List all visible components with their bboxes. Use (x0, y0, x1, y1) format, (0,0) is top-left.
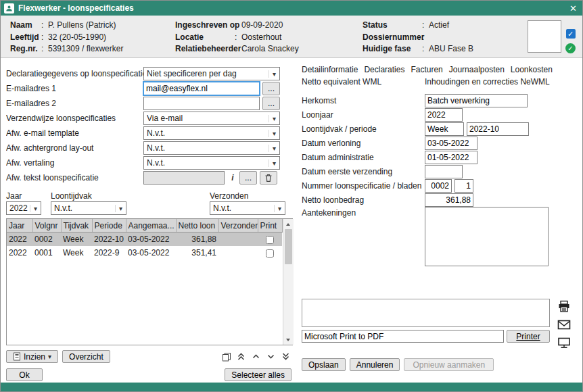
jaar-select[interactable]: 2022 ▾ (6, 201, 41, 215)
inzien-button[interactable]: Inzien ▾ (6, 350, 58, 363)
datum-verloning-input[interactable] (425, 137, 477, 150)
field-datum-verloning: Datum verloning (302, 136, 576, 150)
printer-button[interactable]: Printer (507, 330, 550, 343)
header-checkbox[interactable]: ✓ (566, 29, 576, 39)
printer-icon (557, 300, 571, 313)
printer-name-input[interactable] (302, 330, 504, 343)
tab-netto-equivalent-wml[interactable]: Netto equivalent WML (302, 77, 425, 87)
column-header-tijdvak[interactable]: Tijdvak (61, 219, 92, 232)
tab-loonkosten[interactable]: Loonkosten (511, 65, 553, 74)
afw-vertaling-select[interactable]: N.v.t. ▾ (143, 156, 280, 170)
column-header-periode[interactable]: Periode (92, 219, 126, 232)
field-dossiernummer: Dossiernummer: (363, 32, 528, 42)
tab-inhoudingen-correcties[interactable]: Inhoudingen en correcties NeWML (425, 77, 550, 87)
info-button[interactable]: i (229, 173, 237, 182)
scroll-down-icon (286, 339, 290, 341)
emailadres-1-input[interactable] (143, 82, 260, 95)
trash-icon (264, 174, 273, 182)
double-chevron-up-icon (237, 352, 246, 361)
ingeschreven-value: 09-09-2020 (241, 20, 283, 30)
netto-loonbedrag-input[interactable] (425, 193, 473, 207)
herkomst-input[interactable] (425, 94, 528, 107)
opnieuw-aanmaken-button[interactable]: Opnieuw aanmaken (404, 358, 494, 371)
loonspecificaties-panel: Declaratiegegevens op loonspecificatie N… (1, 58, 293, 383)
selecteer-alles-button[interactable]: Selecteer alles (225, 368, 292, 381)
tab-detailinformatie[interactable]: Detailinformatie (302, 65, 358, 74)
delete-button[interactable] (260, 171, 277, 185)
bladen-input[interactable] (454, 179, 473, 193)
annuleren-button[interactable]: Annuleren (350, 358, 400, 371)
field-afw-email-template: Afw. e-mail template N.v.t. ▾ (6, 126, 293, 141)
copy-button[interactable] (220, 351, 232, 362)
status-value: Actief (429, 20, 449, 30)
field-emailadres-2: E-mailadres 2 ... (6, 96, 293, 111)
column-header-verzonden[interactable]: Verzonden (218, 219, 258, 232)
field-datum-eerste-verzending: Datum eerste verzending (302, 164, 576, 178)
email-button[interactable] (555, 317, 573, 332)
print-button[interactable] (555, 299, 573, 314)
filter-jaar: Jaar 2022 ▾ (6, 191, 41, 215)
move-bottom-button[interactable] (280, 351, 292, 362)
declaratiegegevens-select[interactable]: Niet specificeren per dag ▾ (143, 67, 280, 80)
field-aantekeningen: Aantekeningen (302, 207, 576, 268)
tab-journaalposten[interactable]: Journaalposten (449, 65, 505, 74)
afw-email-template-select[interactable]: N.v.t. ▾ (143, 126, 280, 140)
relatiebeheerder-value: Carola Snackey (241, 44, 299, 53)
afw-tekst-browse-button[interactable]: ... (239, 171, 257, 185)
table-scrollbar[interactable] (283, 219, 294, 345)
column-header-netto-loon[interactable]: Netto loon (176, 219, 218, 232)
filter-loontijdvak: Loontijdvak N.v.t. ▾ (51, 191, 126, 215)
chevron-down-icon (266, 352, 275, 361)
scrollbar-thumb[interactable] (285, 229, 292, 264)
detail-panel: Detailinformatie Declaraties Facturen Jo… (293, 58, 582, 383)
verzendwijze-select[interactable]: Via e-mail ▾ (143, 112, 280, 125)
ok-button[interactable]: Ok (6, 368, 43, 381)
emailadres-2-browse-button[interactable]: ... (262, 97, 280, 110)
loontijdvak-select[interactable]: N.v.t. ▾ (51, 201, 126, 215)
field-ingeschreven-op: Ingeschreven op:09-09-2020 (175, 20, 363, 30)
datum-administratie-input[interactable] (425, 151, 477, 164)
move-top-button[interactable] (235, 351, 247, 362)
filter-row: Jaar 2022 ▾ Loontijdvak N.v.t. ▾ Verzond… (6, 191, 293, 215)
periode-input[interactable] (467, 122, 529, 136)
afw-achtergrond-select[interactable]: N.v.t. ▾ (143, 141, 280, 155)
print-checkbox[interactable] (266, 236, 274, 244)
close-button[interactable]: ✕ (569, 3, 577, 14)
field-loonjaar: Loonjaar (302, 107, 576, 122)
column-header-volgnr[interactable]: Volgnr (32, 219, 61, 232)
verzonden-select[interactable]: N.v.t. ▾ (210, 201, 285, 215)
datum-eerste-verzending-input[interactable] (425, 165, 463, 178)
emailadres-2-input[interactable] (143, 97, 260, 110)
locatie-value: Oosterhout (241, 32, 281, 42)
nummer-loonspecificatie-input[interactable] (425, 179, 452, 193)
move-up-button[interactable] (250, 351, 262, 362)
double-chevron-down-icon (281, 352, 290, 361)
field-naam: Naam:P. Pullens (Patrick) (10, 20, 175, 30)
flexwerker-loonspecificaties-window: Flexwerker - loonspecificaties ✕ Naam:P.… (0, 0, 583, 392)
column-header-print[interactable]: Print (258, 219, 282, 232)
overzicht-button[interactable]: Overzicht (62, 350, 110, 363)
column-header-aangemaakt[interactable]: Aangemaa... (126, 219, 176, 232)
loontijdvak-input[interactable] (425, 122, 464, 136)
emailadres-1-browse-button[interactable]: ... (262, 82, 280, 95)
aantekeningen-textarea[interactable] (425, 207, 549, 266)
opslaan-button[interactable]: Opslaan (302, 358, 346, 371)
table-row[interactable]: 2022 0002 Week 2022-10 03-05-2022 361,88 (7, 232, 282, 247)
loonjaar-input[interactable] (425, 108, 463, 122)
column-header-jaar[interactable]: Jaar (7, 219, 32, 232)
scroll-down-button[interactable] (283, 335, 294, 345)
tab-declaraties[interactable]: Declaraties (364, 65, 404, 74)
bottom-bar (1, 383, 582, 391)
field-huidige-fase: Huidige fase:ABU Fase B (363, 44, 528, 53)
huidige-fase-value: ABU Fase B (429, 44, 473, 53)
photo-placeholder (528, 20, 561, 53)
screen-view-button[interactable] (555, 335, 573, 350)
print-checkbox[interactable] (266, 249, 274, 258)
table-row[interactable]: 2022 0001 Week 2022-9 03-05-2022 351,41 (7, 246, 282, 260)
scroll-up-button[interactable] (283, 219, 294, 229)
move-down-button[interactable] (265, 351, 277, 362)
chevron-down-icon: ▾ (48, 353, 51, 360)
tab-facturen[interactable]: Facturen (411, 65, 442, 74)
field-verzendwijze: Verzendwijze loonspecificaties Via e-mai… (6, 111, 293, 126)
print-message-box[interactable] (302, 299, 550, 327)
